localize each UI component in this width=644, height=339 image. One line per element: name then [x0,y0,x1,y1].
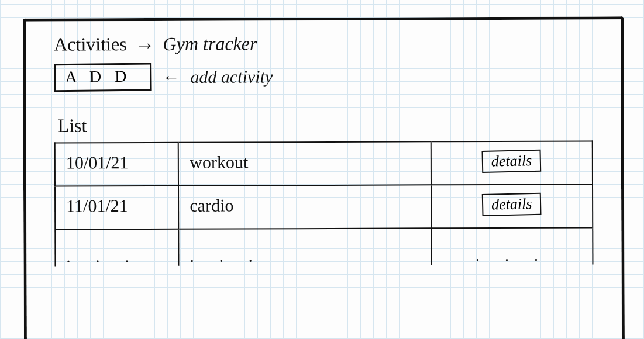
add-annotation: add activity [190,67,273,87]
cell-action: details [431,141,593,185]
table-row: 11/01/21 cardio details [55,184,593,229]
app-frame: Activities → Gym tracker A D D ← add act… [23,16,625,339]
arrow-left-icon: ← [162,67,180,87]
add-row: A D D ← add activity [54,61,593,91]
page-title: Activities [54,33,127,55]
cell-action: details [431,184,593,228]
details-button[interactable]: details [482,150,542,173]
add-button[interactable]: A D D [54,63,152,92]
arrow-right-icon: → [135,34,155,56]
title-row: Activities → Gym tracker [54,31,593,55]
cell-date: 10/01/21 [55,143,179,186]
cell-ellipsis: . . . [55,229,179,267]
table-row-ellipsis: . . . . . . . . . [55,227,593,266]
list-heading: List [58,113,593,136]
cell-name: cardio [178,185,431,229]
details-button[interactable]: details [482,193,542,216]
cell-name: workout [178,141,431,186]
cell-date: 11/01/21 [55,186,179,230]
cell-ellipsis: . . . [179,228,432,266]
table-row: 10/01/21 workout details [55,141,593,186]
activities-table: 10/01/21 workout details 11/01/21 cardio… [54,140,594,266]
cell-ellipsis: . . . [432,227,593,265]
app-subtitle: Gym tracker [163,33,257,55]
